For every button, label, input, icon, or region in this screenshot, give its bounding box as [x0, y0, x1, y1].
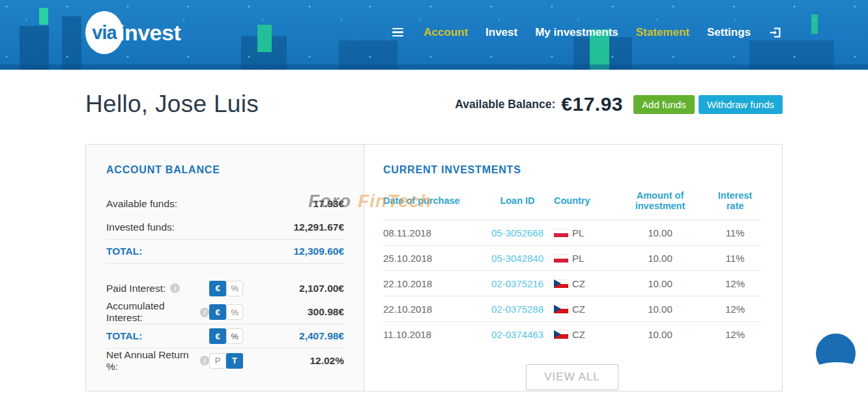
- poland-flag-icon: [554, 254, 568, 263]
- toggle-t-option[interactable]: T: [226, 353, 243, 369]
- interest-rate: 12%: [709, 304, 761, 315]
- toggle-euro-option[interactable]: €: [209, 328, 226, 344]
- investment-amount: 10.00: [611, 227, 709, 238]
- row-total-funds: TOTAL: 12,309.60€: [106, 240, 344, 264]
- logo-via-text: via: [92, 22, 116, 44]
- logo[interactable]: via invest: [85, 11, 181, 54]
- accumulated-interest-label-text: Accumulated Interest:: [106, 300, 195, 324]
- section-gap: [106, 264, 344, 276]
- available-funds-label: Available funds:: [106, 198, 276, 210]
- net-annual-return-toggle: P T: [209, 353, 243, 369]
- total-interest-label: TOTAL:: [106, 330, 209, 342]
- country-code: PL: [572, 253, 584, 264]
- net-annual-return-label: Net Annual Return %: i: [106, 349, 209, 373]
- loan-id-link[interactable]: 02-0374463: [491, 329, 543, 340]
- nav-item-account[interactable]: Account: [424, 26, 468, 39]
- paid-interest-label-text: Paid Interest:: [106, 283, 166, 294]
- purchase-date: 25.10.2018: [383, 253, 481, 264]
- total-interest-currency-toggle: € %: [209, 328, 243, 344]
- info-icon[interactable]: i: [170, 283, 180, 293]
- page: via invest Account Invest My investments…: [0, 0, 868, 413]
- chat-widget-button[interactable]: [816, 334, 856, 373]
- row-available-funds: Available funds: 17.93€: [106, 192, 344, 216]
- loan-id-link[interactable]: 02-0375288: [491, 304, 543, 315]
- czech-flag-icon: [554, 305, 568, 313]
- table-row: 08.11.2018 05-3052668 PL 10.00 11%: [383, 220, 761, 246]
- view-all-wrap: VIEW ALL: [383, 364, 761, 390]
- invested-funds-label: Invested funds:: [106, 221, 276, 233]
- add-funds-button[interactable]: Add funds: [633, 95, 695, 114]
- invested-funds-value: 12,291.67€: [276, 221, 344, 233]
- available-balance-label: Available Balance:: [455, 98, 555, 111]
- loan-id-link[interactable]: 02-0375216: [491, 278, 543, 289]
- toggle-p-option[interactable]: P: [209, 353, 226, 369]
- accumulated-interest-label: Accumulated Interest: i: [106, 300, 209, 324]
- country-cell: PL: [554, 253, 611, 264]
- row-invested-funds: Invested funds: 12,291.67€: [106, 216, 344, 240]
- loan-id-link[interactable]: 05-3042840: [491, 253, 543, 264]
- main-nav: Account Invest My investments Statement …: [390, 0, 783, 64]
- investment-amount: 10.00: [611, 304, 709, 315]
- purchase-date: 08.11.2018: [383, 227, 481, 238]
- accumulated-interest-value: 300.98€: [276, 306, 344, 318]
- current-investments-panel: CURRENT INVESTMENTS Date of purchase Loa…: [364, 145, 782, 391]
- total-interest-value: 2,407.98€: [276, 330, 344, 342]
- investment-amount: 10.00: [611, 329, 709, 340]
- paid-interest-label: Paid Interest: i: [106, 283, 209, 294]
- country-code: CZ: [572, 278, 585, 289]
- purchase-date: 22.10.2018: [383, 304, 481, 315]
- info-icon[interactable]: i: [200, 307, 209, 317]
- info-icon[interactable]: i: [200, 356, 209, 365]
- toggle-euro-option[interactable]: €: [209, 304, 226, 320]
- account-balance-rows: Available funds: 17.93€ Invested funds: …: [106, 192, 344, 373]
- col-date-of-purchase: Date of purchase: [383, 195, 481, 206]
- czech-flag-icon: [554, 279, 568, 288]
- toggle-percent-option[interactable]: %: [226, 328, 243, 344]
- nav-item-my-investments[interactable]: My investments: [535, 26, 618, 39]
- interest-rate: 11%: [709, 253, 761, 264]
- dashboard-panels: ACCOUNT BALANCE Available funds: 17.93€ …: [85, 144, 783, 392]
- nav-item-statement[interactable]: Statement: [636, 26, 689, 39]
- paid-interest-currency-toggle: € %: [209, 281, 243, 296]
- col-country: Country: [554, 195, 611, 206]
- country-cell: PL: [554, 227, 611, 238]
- col-loan-id: Loan ID: [481, 195, 554, 206]
- country-code: CZ: [572, 329, 585, 340]
- interest-rate: 11%: [709, 227, 761, 238]
- row-accumulated-interest: Accumulated Interest: i € % 300.98€: [106, 300, 344, 324]
- account-balance-title: ACCOUNT BALANCE: [106, 164, 344, 176]
- total-funds-value: 12,309.60€: [276, 246, 344, 257]
- toggle-euro-option[interactable]: €: [209, 281, 226, 296]
- toggle-percent-option[interactable]: %: [226, 281, 243, 296]
- account-balance-panel: ACCOUNT BALANCE Available funds: 17.93€ …: [86, 145, 364, 391]
- withdraw-funds-button[interactable]: Withdraw funds: [699, 95, 783, 114]
- interest-rate: 12%: [709, 278, 761, 289]
- logo-circle: via: [85, 11, 123, 54]
- table-row: 22.10.2018 02-0375288 CZ 10.00 12%: [383, 296, 761, 322]
- nav-item-settings[interactable]: Settings: [707, 26, 751, 39]
- balance-area: Available Balance: €17.93 Add funds With…: [455, 93, 783, 115]
- header: via invest Account Invest My investments…: [0, 0, 868, 70]
- menu-icon[interactable]: [390, 25, 406, 40]
- country-cell: CZ: [554, 329, 611, 340]
- nav-item-invest[interactable]: Invest: [485, 26, 517, 39]
- logout-icon[interactable]: [768, 25, 783, 40]
- col-interest-rate: Interest rate: [709, 190, 761, 211]
- country-code: PL: [572, 227, 584, 238]
- row-paid-interest: Paid Interest: i € % 2,107.00€: [106, 276, 344, 300]
- poland-flag-icon: [554, 229, 568, 237]
- country-code: CZ: [572, 304, 585, 315]
- logo-invest-text: invest: [119, 20, 181, 46]
- loan-id-link[interactable]: 05-3052668: [491, 227, 543, 238]
- view-all-button[interactable]: VIEW ALL: [526, 364, 618, 390]
- col-amount: Amount of investment: [611, 190, 709, 211]
- interest-rate: 12%: [709, 329, 761, 340]
- investments-table: Date of purchase Loan ID Country Amount …: [383, 190, 761, 347]
- available-balance-value: €17.93: [561, 93, 623, 115]
- toggle-percent-option[interactable]: %: [226, 304, 243, 320]
- investment-amount: 10.00: [611, 253, 709, 264]
- accumulated-interest-currency-toggle: € %: [209, 304, 243, 320]
- country-cell: CZ: [554, 304, 611, 315]
- table-row: 25.10.2018 05-3042840 PL 10.00 11%: [383, 246, 761, 271]
- page-greeting: Hello, Jose Luis: [85, 91, 259, 118]
